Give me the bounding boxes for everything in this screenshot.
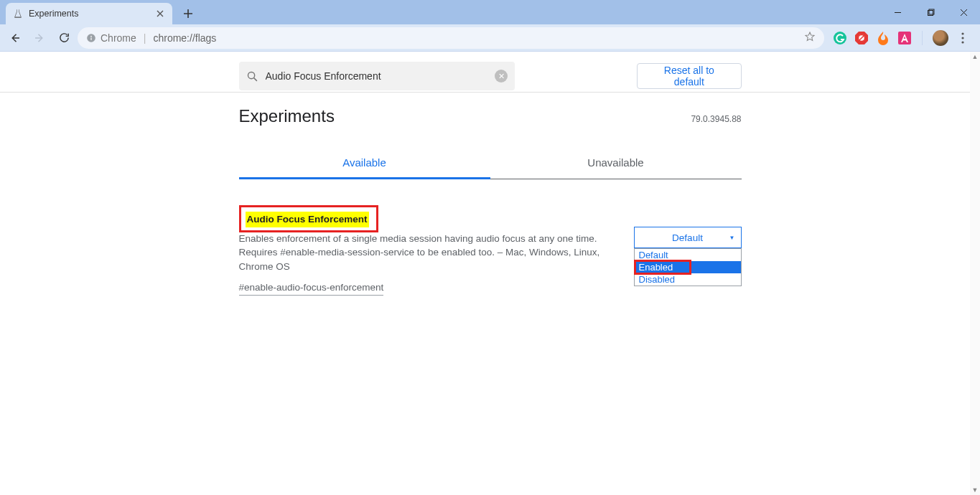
flag-permalink[interactable]: #enable-audio-focus-enforcement (239, 280, 384, 296)
svg-point-14 (248, 72, 254, 78)
flag-title: Audio Focus Enforcement (246, 212, 369, 227)
forward-button[interactable] (29, 27, 50, 49)
header-divider (0, 92, 970, 93)
svg-rect-4 (90, 37, 91, 40)
window-titlebar: Experiments (0, 0, 980, 24)
extension-separator (922, 31, 923, 45)
page-content: ▲ ▼ ✕ Reset all to default Experiments 7… (0, 52, 980, 495)
vertical-scrollbar[interactable]: ▲ ▼ (970, 52, 980, 495)
scroll-up-icon[interactable]: ▲ (970, 52, 980, 62)
back-button[interactable] (4, 27, 26, 49)
option-enabled[interactable]: Enabled (635, 261, 741, 273)
browser-menu-icon[interactable] (956, 31, 970, 45)
page-title: Experiments (239, 106, 335, 126)
option-disabled[interactable]: Disabled (635, 273, 741, 286)
minimize-button[interactable] (881, 0, 914, 24)
svg-point-13 (961, 41, 963, 43)
site-info-icon[interactable]: Chrome (86, 32, 136, 44)
flags-tabs: Available Unavailable (239, 148, 742, 179)
flags-search-box[interactable]: ✕ (239, 62, 515, 90)
svg-point-3 (90, 35, 92, 37)
close-window-button[interactable] (947, 0, 980, 24)
browser-tab[interactable]: Experiments (6, 3, 172, 24)
url-text: chrome://flags (153, 32, 216, 44)
scroll-down-icon[interactable]: ▼ (970, 485, 980, 495)
flag-title-highlight: Audio Focus Enforcement (239, 205, 378, 232)
flask-icon (13, 9, 23, 19)
browser-toolbar: Chrome | chrome://flags (0, 24, 980, 52)
option-default[interactable]: Default (635, 249, 741, 261)
extension-grammarly-icon[interactable] (833, 31, 847, 45)
bookmark-star-icon[interactable] (804, 31, 816, 44)
flags-search-input[interactable] (266, 70, 488, 82)
maximize-button[interactable] (914, 0, 947, 24)
tab-available[interactable]: Available (239, 148, 490, 179)
flag-description: Enables enforcement of a single media se… (239, 232, 617, 274)
new-tab-button[interactable] (178, 4, 198, 24)
reload-button[interactable] (53, 27, 75, 49)
extension-angular-icon[interactable] (897, 31, 912, 45)
flag-state-value: Default (672, 232, 703, 243)
tab-title: Experiments (29, 9, 149, 19)
svg-rect-10 (898, 32, 911, 44)
extension-icons (827, 30, 976, 46)
svg-line-15 (253, 77, 256, 80)
reset-all-button[interactable]: Reset all to default (637, 63, 741, 89)
svg-point-12 (961, 37, 963, 39)
chrome-version: 79.0.3945.88 (691, 114, 741, 124)
tab-unavailable[interactable]: Unavailable (490, 148, 742, 179)
site-label: Chrome (101, 32, 136, 44)
flag-state-dropdown: Default Enabled Disabled (634, 248, 742, 286)
omnibox-divider: | (144, 32, 146, 44)
close-tab-icon[interactable] (155, 9, 165, 19)
search-icon (246, 70, 258, 82)
extension-flame-icon[interactable] (876, 31, 890, 45)
window-controls (881, 0, 980, 24)
svg-point-11 (961, 32, 963, 34)
flag-state-select[interactable]: Default (634, 227, 742, 248)
extension-adblock-icon[interactable] (854, 31, 869, 45)
clear-search-icon[interactable]: ✕ (495, 70, 508, 82)
flag-entry: Audio Focus Enforcement Enables enforcem… (239, 205, 742, 296)
address-bar[interactable]: Chrome | chrome://flags (78, 27, 824, 49)
profile-avatar[interactable] (933, 30, 948, 46)
